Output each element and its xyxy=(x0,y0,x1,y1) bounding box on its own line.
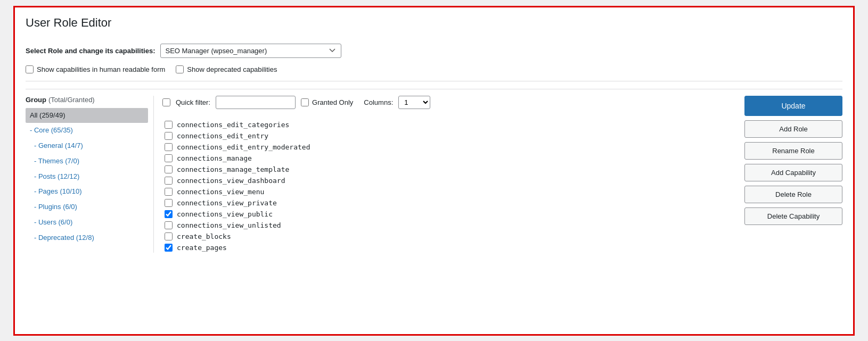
delete-role-button[interactable]: Delete Role xyxy=(744,186,842,203)
cap-checkbox-create-pages[interactable] xyxy=(165,244,173,252)
deprecated-label: Show deprecated capabilities xyxy=(187,65,277,73)
cap-name: connections_view_unlisted xyxy=(177,221,281,229)
human-readable-checkbox[interactable] xyxy=(26,65,34,73)
groups-header-label: Group xyxy=(26,96,46,104)
groups-header-subtext: (Total/Granted) xyxy=(48,96,95,104)
cap-name: connections_view_public xyxy=(177,210,273,218)
group-item-plugins[interactable]: - Plugins (6/0) xyxy=(26,199,148,215)
cap-name: create_pages xyxy=(177,244,227,252)
cap-checkbox-create-blocks[interactable] xyxy=(165,232,173,240)
group-item-pages[interactable]: - Pages (10/10) xyxy=(26,184,148,199)
rename-role-button[interactable]: Rename Role xyxy=(744,142,842,160)
cap-name: connections_view_dashboard xyxy=(177,177,285,185)
cap-checkbox-connections-view-public[interactable] xyxy=(165,210,173,218)
update-button[interactable]: Update xyxy=(744,96,842,116)
list-item: connections_edit_entry xyxy=(162,131,727,141)
granted-only-label[interactable]: Granted Only xyxy=(301,98,353,106)
deprecated-checkbox[interactable] xyxy=(176,65,184,73)
cap-name: connections_manage xyxy=(177,154,252,162)
list-item: connections_view_public xyxy=(162,209,727,219)
add-role-button[interactable]: Add Role xyxy=(744,120,842,138)
quick-filter-label: Quick filter: xyxy=(176,98,210,106)
list-item: connections_manage_template xyxy=(162,164,727,174)
cap-name: connections_view_menu xyxy=(177,188,264,196)
columns-select[interactable]: 1 2 3 xyxy=(398,96,430,109)
list-item: connections_manage xyxy=(162,153,727,163)
granted-only-text: Granted Only xyxy=(312,98,353,106)
cap-checkbox-connections-view-private[interactable] xyxy=(165,199,173,207)
cap-name: connections_manage_template xyxy=(177,165,289,173)
deprecated-checkbox-label[interactable]: Show deprecated capabilities xyxy=(176,65,277,73)
cap-checkbox-connections-edit-entry[interactable] xyxy=(165,132,173,140)
group-item-all[interactable]: All (259/49) xyxy=(26,108,148,123)
cap-checkbox-connections-edit-categories[interactable] xyxy=(165,121,173,129)
granted-only-checkbox[interactable] xyxy=(301,98,309,106)
group-item-general[interactable]: - General (14/7) xyxy=(26,138,148,154)
columns-label: Columns: xyxy=(364,98,393,106)
cap-checkbox-connections-view-unlisted[interactable] xyxy=(165,221,173,229)
list-item: connections_view_menu xyxy=(162,187,727,197)
list-item: connections_edit_entry_moderated xyxy=(162,142,727,152)
capabilities-list: connections_edit_categories connections_… xyxy=(162,120,727,253)
group-item-core[interactable]: - Core (65/35) xyxy=(26,123,148,138)
role-select-row: Select Role and change its capabilities:… xyxy=(26,44,842,58)
cap-name: connections_edit_entry xyxy=(177,132,268,140)
cap-checkbox-connections-edit-entry-moderated[interactable] xyxy=(165,143,173,151)
list-item: create_pages xyxy=(162,243,727,253)
list-item: connections_edit_categories xyxy=(162,120,727,130)
main-container: User Role Editor Select Role and change … xyxy=(13,6,855,336)
cap-checkbox-connections-manage-template[interactable] xyxy=(165,165,173,173)
delete-capability-button[interactable]: Delete Capability xyxy=(744,207,842,225)
groups-header: Group (Total/Granted) xyxy=(26,96,148,104)
list-item: create_blocks xyxy=(162,231,727,242)
content-area: Group (Total/Granted) All (259/49) - Cor… xyxy=(26,89,842,253)
group-item-themes[interactable]: - Themes (7/0) xyxy=(26,154,148,169)
human-readable-label: Show capabilities in human readable form xyxy=(37,65,165,73)
human-readable-checkbox-label[interactable]: Show capabilities in human readable form xyxy=(26,65,165,73)
capabilities-panel: Quick filter: Granted Only Columns: 1 2 … xyxy=(153,96,736,253)
filter-row: Quick filter: Granted Only Columns: 1 2 … xyxy=(162,96,727,114)
cap-checkbox-connections-manage[interactable] xyxy=(165,154,173,162)
list-item: connections_view_dashboard xyxy=(162,176,727,186)
select-all-checkbox[interactable] xyxy=(162,98,170,106)
role-select-dropdown[interactable]: Administrator Editor Author Contributor … xyxy=(160,44,341,58)
list-item: connections_view_unlisted xyxy=(162,220,727,230)
cap-name: connections_edit_categories xyxy=(177,121,289,129)
add-capability-button[interactable]: Add Capability xyxy=(744,164,842,181)
group-item-posts[interactable]: - Posts (12/12) xyxy=(26,169,148,185)
group-item-deprecated[interactable]: - Deprecated (12/8) xyxy=(26,230,148,246)
list-item: connections_view_private xyxy=(162,198,727,208)
cap-checkbox-connections-view-dashboard[interactable] xyxy=(165,177,173,185)
group-item-users[interactable]: - Users (6/0) xyxy=(26,215,148,230)
actions-panel: Update Add Role Rename Role Add Capabili… xyxy=(736,96,842,253)
quick-filter-input[interactable] xyxy=(216,96,296,109)
cap-checkbox-connections-view-menu[interactable] xyxy=(165,188,173,196)
cap-name: connections_edit_entry_moderated xyxy=(177,143,310,151)
page-title: User Role Editor xyxy=(26,16,842,35)
role-select-label: Select Role and change its capabilities: xyxy=(26,47,155,55)
options-row: Show capabilities in human readable form… xyxy=(26,65,842,81)
cap-name: create_blocks xyxy=(177,232,231,240)
groups-panel: Group (Total/Granted) All (259/49) - Cor… xyxy=(26,96,153,253)
cap-name: connections_view_private xyxy=(177,199,277,207)
